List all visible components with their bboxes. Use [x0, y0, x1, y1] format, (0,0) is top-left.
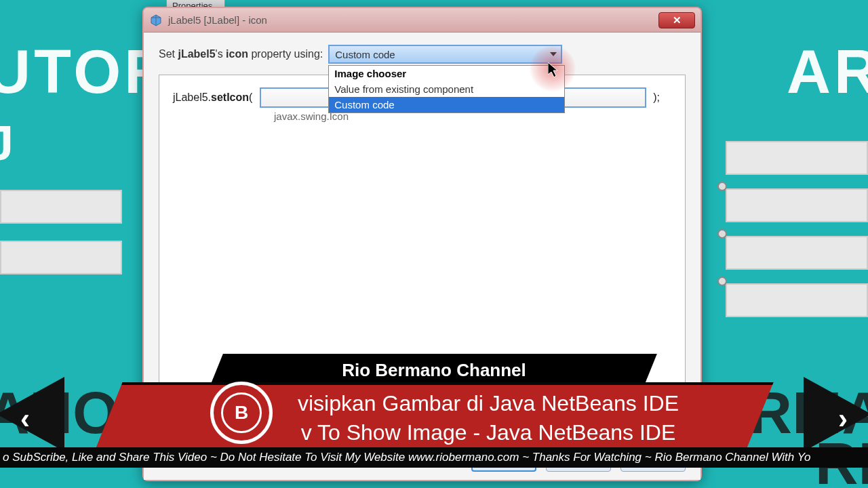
chevron-down-icon: [550, 52, 557, 56]
combo-dropdown: Image chooser Value from existing compon…: [328, 65, 565, 113]
combo-option-image-chooser[interactable]: Image chooser: [329, 66, 564, 81]
chevron-left-icon: ‹: [20, 403, 30, 435]
banner-arrow-right: [804, 377, 868, 451]
titlebar[interactable]: jLabel5 [JLabel] - icon ✕: [144, 8, 701, 33]
logo-letter: B: [221, 392, 262, 433]
combo-option-existing-component[interactable]: Value from existing component: [329, 81, 564, 97]
property-mode-combobox[interactable]: Custom code Image chooser Value from exi…: [328, 45, 562, 64]
channel-name: Rio Bermano Channel: [0, 360, 868, 381]
bg-circle: [717, 229, 727, 239]
bg-rect: [726, 188, 868, 222]
bg-text-mid: J: [0, 115, 17, 171]
close-icon: ✕: [673, 14, 682, 26]
bg-rect: [726, 283, 868, 317]
bg-rect: [726, 141, 868, 175]
bg-rect: [0, 190, 122, 224]
channel-logo: B: [210, 382, 273, 444]
bg-circle: [717, 182, 727, 191]
banner-arrow-left: [0, 377, 64, 451]
banner-title: visipkan Gambar di Java NetBeans IDE v T…: [203, 389, 773, 447]
bg-circle: [717, 277, 727, 286]
chevron-right-icon: ›: [838, 403, 848, 435]
combo-option-custom-code[interactable]: Custom code: [329, 97, 564, 113]
code-prefix: jLabel5.setIcon(: [173, 92, 256, 104]
bg-rect: [0, 241, 122, 274]
bg-text-right: AR: [787, 37, 868, 107]
set-label: Set jLabel5's icon property using:: [159, 48, 323, 60]
property-using-row: Set jLabel5's icon property using: Custo…: [159, 45, 686, 64]
code-suffix: );: [650, 92, 660, 104]
combo-value: Custom code: [335, 49, 395, 60]
ticker-text: o SubScribe, Like and Share This Video ~…: [0, 447, 868, 468]
dialog-title: jLabel5 [JLabel] - icon: [168, 14, 267, 26]
bg-rect: [726, 236, 868, 270]
netbeans-cube-icon: [149, 14, 163, 27]
close-button[interactable]: ✕: [658, 12, 695, 28]
